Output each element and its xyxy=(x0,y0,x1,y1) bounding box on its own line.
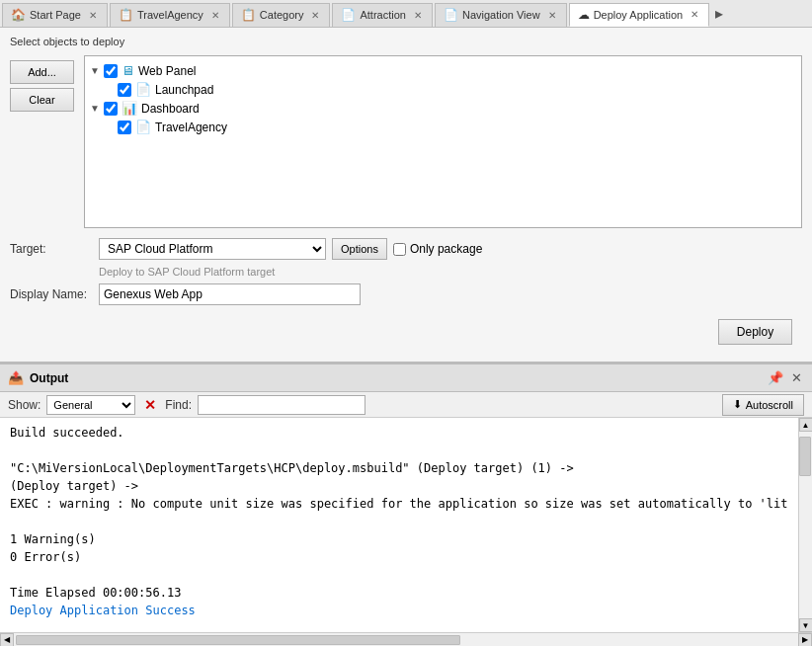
tab-navigation-view-label: Navigation View xyxy=(462,9,540,21)
line-msbuild: "C:\MiVersionLocal\DeploymentTargets\HCP… xyxy=(10,461,574,475)
target-hint: Deploy to SAP Cloud Platform target xyxy=(99,266,802,278)
tab-start-page-close[interactable]: ✕ xyxy=(87,10,99,21)
output-actions: 📌 ✕ xyxy=(766,368,804,387)
select-objects-label: Select objects to deploy xyxy=(10,36,802,47)
scroll-right-button[interactable]: ▶ xyxy=(798,633,812,647)
objects-container[interactable]: ▼ 🖥 Web Panel 📄 Launchpad ▼ 📊 xyxy=(84,55,802,228)
deploy-content: Add... Clear ▼ 🖥 Web Panel 📄 Launchpad xyxy=(10,55,802,238)
tree-item-launchpad: 📄 Launchpad xyxy=(118,80,796,99)
show-select[interactable]: General xyxy=(46,395,135,415)
output-text: Build succeeded. "C:\MiVersionLocal\Depl… xyxy=(10,424,784,619)
line-warning: EXEC : warning : No compute unit size wa… xyxy=(10,497,787,511)
line-deploy-success: Deploy Application Success xyxy=(10,604,196,617)
autoscroll-button[interactable]: ⬇ Autoscroll xyxy=(722,394,804,416)
clear-output-icon[interactable]: ✕ xyxy=(141,396,159,414)
tab-travel-agency[interactable]: 📋 TravelAgency ✕ xyxy=(110,3,230,27)
tab-travel-agency-close[interactable]: ✕ xyxy=(209,10,221,21)
output-title: Output xyxy=(30,371,766,385)
tab-category-close[interactable]: ✕ xyxy=(309,10,321,21)
add-button[interactable]: Add... xyxy=(10,60,74,84)
tab-attraction-close[interactable]: ✕ xyxy=(412,10,424,21)
tree-item-dashboard: ▼ 📊 Dashboard xyxy=(90,99,796,118)
navigation-view-icon: 📄 xyxy=(444,8,458,22)
line-build-succeeded: Build succeeded. xyxy=(10,426,124,440)
target-select[interactable]: SAP Cloud Platform xyxy=(99,238,326,260)
vertical-scrollbar[interactable]: ▲ ▼ xyxy=(798,418,812,632)
dashboard-checkbox[interactable] xyxy=(104,102,118,116)
autoscroll-label: Autoscroll xyxy=(746,399,793,411)
launchpad-checkbox[interactable] xyxy=(118,83,131,97)
travel-agency-item-label: TravelAgency xyxy=(155,121,227,134)
tab-deploy-application-close[interactable]: ✕ xyxy=(689,9,700,20)
output-panel-icon: 📤 xyxy=(8,370,24,385)
output-toolbar: Show: General ✕ Find: ⬇ Autoscroll xyxy=(0,392,812,418)
display-name-label: Display Name: xyxy=(10,287,99,301)
output-panel: 📤 Output 📌 ✕ Show: General ✕ Find: ⬇ Aut… xyxy=(0,363,812,646)
dashboard-label: Dashboard xyxy=(141,102,200,116)
deploy-objects-area: ▼ 🖥 Web Panel 📄 Launchpad ▼ 📊 xyxy=(84,55,802,238)
deploy-application-icon: ☁ xyxy=(578,8,590,22)
category-icon: 📋 xyxy=(241,8,256,22)
show-label: Show: xyxy=(8,398,41,412)
display-name-row: Display Name: xyxy=(10,283,802,305)
find-label: Find: xyxy=(165,398,192,412)
web-panel-expander[interactable]: ▼ xyxy=(90,65,104,76)
output-content[interactable]: Build succeeded. "C:\MiVersionLocal\Depl… xyxy=(0,418,798,632)
horizontal-scrollbar[interactable]: ◀ ▶ xyxy=(0,632,812,646)
target-row: Target: SAP Cloud Platform Options Only … xyxy=(10,238,802,260)
tab-deploy-application-label: Deploy Application xyxy=(594,9,684,21)
tree-item-web-panel: ▼ 🖥 Web Panel xyxy=(90,61,796,80)
pin-icon[interactable]: 📌 xyxy=(766,368,785,387)
output-header: 📤 Output 📌 ✕ xyxy=(0,364,812,392)
start-page-icon: 🏠 xyxy=(11,8,26,22)
launchpad-icon: 📄 xyxy=(135,82,151,97)
tab-bar: 🏠 Start Page ✕ 📋 TravelAgency ✕ 📋 Catego… xyxy=(0,0,812,28)
tab-deploy-application[interactable]: ☁ Deploy Application ✕ xyxy=(569,3,710,27)
tab-attraction[interactable]: 📄 Attraction ✕ xyxy=(332,3,432,27)
travel-agency-icon: 📋 xyxy=(119,8,133,22)
attraction-icon: 📄 xyxy=(341,8,356,22)
clear-button[interactable]: Clear xyxy=(10,88,74,112)
tab-overflow-button[interactable]: ▸ xyxy=(715,4,723,23)
line-time-elapsed: Time Elapsed 00:00:56.13 xyxy=(10,586,181,600)
web-panel-icon: 🖥 xyxy=(122,63,134,78)
display-name-input[interactable] xyxy=(99,283,361,305)
line-deploy-target: (Deploy target) -> xyxy=(10,479,138,493)
dashboard-children: 📄 TravelAgency xyxy=(118,118,796,136)
launchpad-label: Launchpad xyxy=(155,83,213,97)
dashboard-icon: 📊 xyxy=(122,101,137,116)
web-panel-checkbox[interactable] xyxy=(104,64,118,78)
deploy-button-row: Deploy xyxy=(10,319,802,345)
travel-agency-checkbox[interactable] xyxy=(118,121,131,134)
travel-agency-item-icon: 📄 xyxy=(135,120,151,134)
tab-start-page-label: Start Page xyxy=(30,9,81,21)
tab-attraction-label: Attraction xyxy=(360,9,405,21)
output-close-icon[interactable]: ✕ xyxy=(789,368,804,387)
web-panel-children: 📄 Launchpad xyxy=(118,80,796,99)
deploy-panel: Select objects to deploy Add... Clear ▼ … xyxy=(0,28,812,363)
scroll-up-button[interactable]: ▲ xyxy=(799,418,813,432)
tab-category-label: Category xyxy=(260,9,304,21)
deploy-button[interactable]: Deploy xyxy=(718,319,792,345)
target-label: Target: xyxy=(10,242,99,256)
tab-start-page[interactable]: 🏠 Start Page ✕ xyxy=(2,3,108,27)
tree-item-travel-agency: 📄 TravelAgency xyxy=(118,118,796,136)
h-scroll-thumb[interactable] xyxy=(16,635,460,645)
tab-category[interactable]: 📋 Category ✕ xyxy=(232,3,331,27)
deploy-buttons-column: Add... Clear xyxy=(10,55,74,238)
tab-travel-agency-label: TravelAgency xyxy=(137,9,203,21)
only-package-checkbox[interactable] xyxy=(393,243,406,256)
tab-navigation-view-close[interactable]: ✕ xyxy=(546,10,558,21)
line-warnings-count: 1 Warning(s) xyxy=(10,532,96,546)
options-button[interactable]: Options xyxy=(332,238,387,260)
find-input[interactable] xyxy=(198,395,365,415)
dashboard-expander[interactable]: ▼ xyxy=(90,103,104,114)
only-package-label[interactable]: Only package xyxy=(393,242,482,256)
autoscroll-arrow-icon: ⬇ xyxy=(733,398,742,411)
scroll-left-button[interactable]: ◀ xyxy=(0,633,14,647)
scroll-thumb[interactable] xyxy=(799,437,811,476)
scroll-track xyxy=(799,432,812,618)
tab-navigation-view[interactable]: 📄 Navigation View ✕ xyxy=(435,3,567,27)
scroll-down-button[interactable]: ▼ xyxy=(799,618,813,632)
web-panel-label: Web Panel xyxy=(138,64,196,78)
